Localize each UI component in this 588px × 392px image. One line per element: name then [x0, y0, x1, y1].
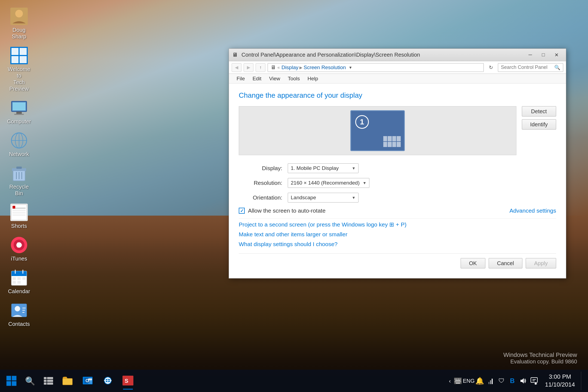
grid-cell: [383, 142, 387, 147]
tray-action-center-icon[interactable]: [529, 376, 539, 386]
cancel-button[interactable]: Cancel: [489, 258, 522, 268]
orientation-select[interactable]: Landscape ▼: [288, 193, 359, 203]
taskbar-search-icon: 🔍: [25, 376, 35, 386]
close-button[interactable]: ✕: [550, 50, 563, 60]
tray-network-icon[interactable]: [486, 376, 495, 386]
orientation-label: Orientation:: [239, 194, 282, 201]
breadcrumb-screen-resolution[interactable]: Screen Resolution: [304, 65, 346, 71]
ok-button[interactable]: OK: [461, 258, 485, 268]
menu-file[interactable]: File: [233, 75, 248, 83]
menu-tools[interactable]: Tools: [284, 75, 303, 83]
svg-rect-6: [20, 56, 27, 63]
svg-rect-78: [456, 383, 460, 384]
apply-button[interactable]: Apply: [526, 258, 556, 268]
taskbar-ie[interactable]: [98, 372, 118, 390]
desktop-icon-itunes[interactable]: iTunes: [3, 234, 35, 264]
text-size-link[interactable]: Make text and other items larger or smal…: [239, 231, 556, 238]
display-settings-link[interactable]: What display settings should I choose?: [239, 241, 556, 247]
minimize-button[interactable]: ─: [524, 50, 537, 60]
menu-help[interactable]: Help: [304, 75, 321, 83]
svg-rect-56: [47, 382, 53, 385]
advanced-settings-link[interactable]: Advanced settings: [509, 207, 556, 214]
desktop-icon-computer[interactable]: Computer: [3, 97, 35, 127]
detect-button[interactable]: Detect: [522, 106, 556, 117]
start-button[interactable]: [2, 372, 21, 390]
taskbar-outlook[interactable]: O: [78, 372, 97, 390]
orientation-select-value: Landscape: [291, 195, 316, 201]
desktop-icon-welcome[interactable]: Welcome toTech Preview: [3, 45, 35, 94]
identify-button[interactable]: Identify: [522, 119, 556, 130]
taskbar-task-view-button[interactable]: [39, 372, 58, 390]
taskbar-shorts-app[interactable]: S: [118, 372, 138, 390]
watermark-line2: Evaluation copy. Build 9860: [503, 359, 577, 365]
svg-rect-74: [458, 379, 459, 379]
window-addressbar: ◀ ▶ ↑ 🖥 « Display ▶ Screen Resolution ▼ …: [229, 61, 566, 74]
auto-rotate-row: ✓ Allow the screen to auto-rotate Advanc…: [239, 207, 556, 214]
svg-rect-81: [492, 379, 493, 384]
desktop-icon-shorts[interactable]: Shorts: [3, 201, 35, 231]
tray-antivirus-icon[interactable]: 🛡: [497, 376, 506, 386]
auto-rotate-label: Allow the screen to auto-rotate: [248, 207, 326, 214]
breadcrumb-display[interactable]: Display: [281, 65, 298, 71]
desktop-icon-doug-sharp[interactable]: Doug Sharp: [3, 5, 35, 42]
svg-rect-76: [455, 380, 461, 381]
menu-edit[interactable]: Edit: [249, 75, 265, 83]
button-row: OK Cancel Apply: [239, 253, 556, 271]
refresh-button[interactable]: ↻: [486, 63, 496, 72]
address-dropdown-arrow[interactable]: ▼: [348, 65, 352, 70]
doug-sharp-label: Doug Sharp: [5, 27, 33, 40]
restore-button[interactable]: □: [537, 50, 550, 60]
shorts-label: Shorts: [11, 223, 27, 229]
display-label: Display:: [239, 165, 282, 171]
show-desktop-button[interactable]: [581, 372, 586, 390]
svg-rect-55: [44, 382, 47, 385]
desktop-icon-calendar[interactable]: Calendar: [3, 267, 35, 297]
menu-view[interactable]: View: [266, 75, 283, 83]
tray-expand-button[interactable]: ‹: [448, 378, 452, 384]
svg-rect-4: [20, 48, 27, 55]
back-button[interactable]: ◀: [232, 63, 241, 72]
itunes-icon: [10, 236, 28, 254]
desktop-icon-recycle-bin[interactable]: Recycle Bin: [3, 162, 35, 199]
taskbar: 🔍: [0, 370, 588, 392]
itunes-label: iTunes: [11, 255, 27, 262]
auto-rotate-checkbox[interactable]: ✓: [239, 208, 245, 214]
taskbar-file-explorer[interactable]: [58, 372, 77, 390]
breadcrumb-sep: ▶: [299, 65, 302, 70]
address-icon: 🖥: [271, 65, 276, 71]
tray-volume-icon[interactable]: [518, 376, 528, 386]
svg-rect-72: [455, 379, 456, 379]
tray-keyboard-icon[interactable]: [453, 376, 463, 386]
contacts-label: Contacts: [8, 321, 30, 327]
search-box[interactable]: 🔍: [498, 63, 563, 72]
project-to-link[interactable]: Project to a second screen (or press the…: [239, 221, 556, 228]
resolution-select[interactable]: 588 × 392 (Recommended) ▼: [288, 178, 369, 188]
user-avatar-icon: [10, 8, 28, 25]
taskbar-pinned-apps: O: [58, 370, 138, 392]
forward-button[interactable]: ▶: [244, 63, 253, 72]
tray-bluetooth-icon[interactable]: B: [507, 376, 517, 386]
shorts-icon: [10, 204, 28, 221]
search-input[interactable]: [501, 65, 552, 70]
desktop-icon-network[interactable]: Network: [3, 130, 35, 160]
address-bar[interactable]: 🖥 « Display ▶ Screen Resolution ▼: [268, 63, 484, 72]
clock-date: 11/10/2014: [545, 381, 575, 389]
desktop-icon-contacts[interactable]: Contacts: [3, 299, 35, 329]
display-row: Display: 1. Mobile PC Display ▼: [239, 163, 556, 173]
recycle-bin-label: Recycle Bin: [5, 183, 33, 197]
clock-area[interactable]: 3:00 PM 11/10/2014: [540, 373, 580, 388]
tray-notification-icon[interactable]: 🔔: [475, 376, 485, 386]
monitor-number: 1: [355, 115, 369, 129]
resolution-select-arrow: ▼: [363, 181, 366, 185]
svg-point-43: [15, 306, 20, 311]
up-button[interactable]: ↑: [256, 63, 265, 72]
orientation-select-arrow: ▼: [352, 195, 356, 200]
taskbar-search-button[interactable]: 🔍: [21, 372, 39, 390]
window-controls: ─ □ ✕: [524, 50, 563, 60]
project-to-link-text: Project to a second screen (or press the…: [239, 221, 406, 228]
tray-language-button[interactable]: ENG: [464, 376, 474, 386]
display-select[interactable]: 1. Mobile PC Display ▼: [288, 163, 359, 173]
svg-rect-35: [13, 277, 16, 280]
svg-rect-26: [13, 215, 26, 216]
watermark-line1: Windows Technical Preview: [503, 351, 577, 359]
